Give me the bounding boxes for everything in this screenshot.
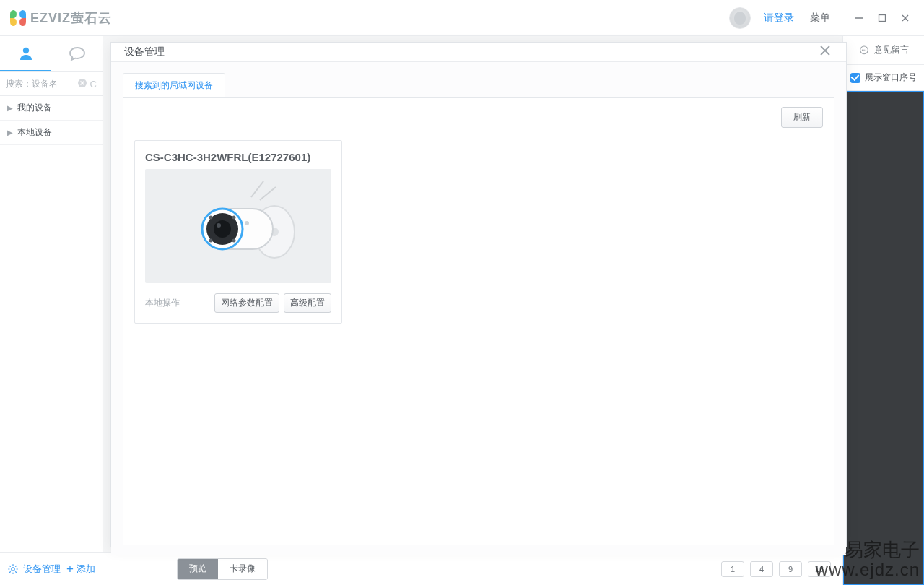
device-management-button[interactable]: 设备管理 xyxy=(0,563,66,576)
svg-point-25 xyxy=(245,221,249,225)
tab-lan-devices[interactable]: 搜索到的局域网设备 xyxy=(123,73,225,98)
login-link[interactable]: 请登录 xyxy=(764,12,794,25)
view-segment: 预览 卡录像 xyxy=(177,558,268,580)
svg-point-21 xyxy=(209,216,213,220)
svg-point-8 xyxy=(12,567,14,570)
grid-4-button[interactable]: 4 xyxy=(750,561,773,577)
feedback-button[interactable]: 意见留言 xyxy=(843,36,924,65)
net-config-button[interactable]: 网络参数配置 xyxy=(214,293,279,313)
search-row[interactable]: 搜索：设备名 C xyxy=(0,72,103,96)
svg-point-19 xyxy=(214,220,231,238)
device-name: CS-C3HC-3H2WFRL(E12727601) xyxy=(145,151,331,163)
tab-contacts[interactable] xyxy=(0,36,51,72)
svg-point-29 xyxy=(866,49,866,50)
card-actions: 本地操作 网络参数配置 高级配置 xyxy=(145,293,331,313)
svg-rect-1 xyxy=(879,14,886,21)
right-panel: 意见留言 展示窗口序号 xyxy=(842,36,924,585)
feedback-label: 意见留言 xyxy=(874,44,909,56)
show-index-toggle[interactable]: 展示窗口序号 xyxy=(843,65,924,91)
clear-icon[interactable] xyxy=(77,78,87,90)
logo-mark-icon xyxy=(10,10,26,26)
grid-9-button[interactable]: 9 xyxy=(779,561,802,577)
svg-point-24 xyxy=(232,239,236,243)
gear-icon xyxy=(7,563,19,575)
record-tab[interactable]: 卡录像 xyxy=(218,559,267,579)
chat-icon xyxy=(68,46,87,63)
grid-16-button[interactable]: 16 xyxy=(808,561,831,577)
tree-local-devices[interactable]: ▶ 本地设备 xyxy=(0,121,103,145)
device-management-label: 设备管理 xyxy=(23,563,61,576)
add-label: 添加 xyxy=(77,563,95,576)
refresh-button[interactable]: 刷新 xyxy=(781,107,823,128)
menu-button[interactable]: 菜单 xyxy=(810,12,830,25)
sidebar-bottom: 设备管理 + 添加 xyxy=(0,552,103,585)
plus-icon: + xyxy=(66,562,74,576)
search-placeholder: 搜索：设备名 xyxy=(6,78,77,90)
modal-header: 设备管理 xyxy=(111,43,846,62)
tree-label: 本地设备 xyxy=(17,126,52,139)
app-name: EZVIZ萤石云 xyxy=(30,9,112,27)
svg-point-27 xyxy=(862,49,863,50)
center-area: 设备管理 搜索到的局域网设备 刷新 CS-C3HC-3H2WFRL(E12727… xyxy=(103,36,842,585)
tree-my-devices[interactable]: ▶ 我的设备 xyxy=(0,96,103,121)
tree-label: 我的设备 xyxy=(17,102,52,114)
checkbox-checked-icon xyxy=(850,73,860,83)
maximize-button[interactable] xyxy=(873,9,891,27)
add-button[interactable]: + 添加 xyxy=(66,562,103,576)
modal-inner: 刷新 CS-C3HC-3H2WFRL(E12727601) xyxy=(123,98,834,545)
svg-point-22 xyxy=(232,216,236,220)
tab-messages[interactable] xyxy=(51,36,103,72)
comment-icon xyxy=(858,45,870,56)
caret-icon: ▶ xyxy=(7,129,13,136)
device-management-modal: 设备管理 搜索到的局域网设备 刷新 CS-C3HC-3H2WFRL(E12727… xyxy=(110,42,847,547)
grid-1-button[interactable]: 1 xyxy=(721,561,744,577)
svg-point-28 xyxy=(863,49,864,50)
modal-title: 设备管理 xyxy=(124,46,165,58)
bottom-bar: 预览 卡录像 1 4 9 16 xyxy=(103,552,842,585)
close-icon[interactable] xyxy=(817,43,833,61)
preview-slot[interactable] xyxy=(843,91,924,585)
modal-body: 搜索到的局域网设备 刷新 CS-C3HC-3H2WFRL(E12727601) xyxy=(111,62,846,555)
preview-tab[interactable]: 预览 xyxy=(178,559,218,579)
device-card: CS-C3HC-3H2WFRL(E12727601) xyxy=(134,140,342,324)
local-ops-label: 本地操作 xyxy=(145,297,210,309)
device-image xyxy=(145,169,331,283)
caret-icon: ▶ xyxy=(7,104,13,112)
svg-point-20 xyxy=(217,223,221,228)
side-tabs xyxy=(0,36,103,72)
titlebar: EZVIZ萤石云 请登录 菜单 xyxy=(0,0,924,36)
app-logo: EZVIZ萤石云 xyxy=(10,9,112,27)
close-window-button[interactable] xyxy=(897,9,914,27)
search-extra-icon[interactable]: C xyxy=(90,79,97,90)
svg-point-23 xyxy=(209,239,213,243)
sidebar: 搜索：设备名 C ▶ 我的设备 ▶ 本地设备 设备管理 + 添加 xyxy=(0,36,103,585)
avatar-icon[interactable] xyxy=(729,7,751,29)
camera-icon xyxy=(152,176,325,277)
minimize-button[interactable] xyxy=(850,9,868,27)
svg-point-4 xyxy=(22,47,28,53)
person-icon xyxy=(17,45,35,62)
show-index-label: 展示窗口序号 xyxy=(865,72,917,84)
app-body: 搜索：设备名 C ▶ 我的设备 ▶ 本地设备 设备管理 + 添加 xyxy=(0,36,924,585)
advanced-config-button[interactable]: 高级配置 xyxy=(284,293,331,313)
